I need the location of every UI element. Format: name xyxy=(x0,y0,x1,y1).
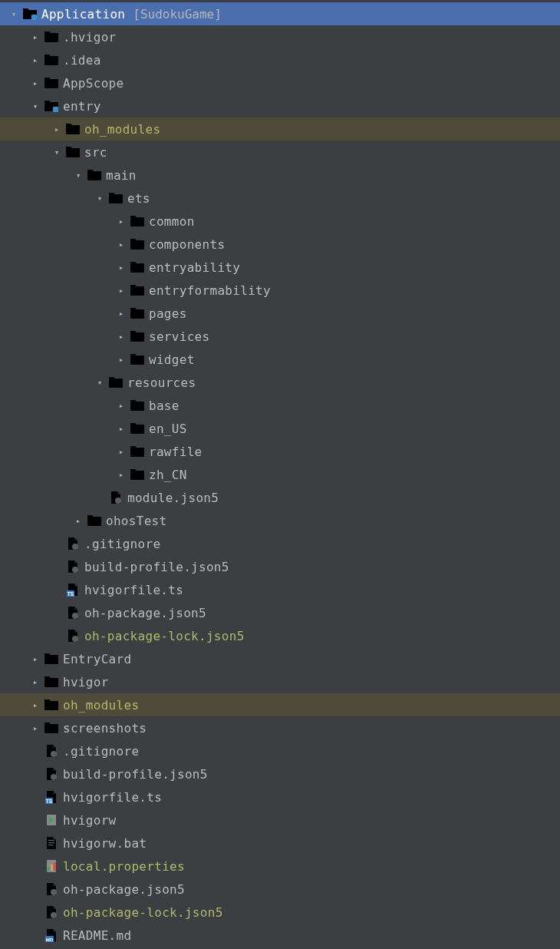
tree-node[interactable]: ▸local.properties xyxy=(0,855,560,878)
tree-node[interactable]: ▸EntryCard xyxy=(0,647,560,670)
folder-icon xyxy=(129,283,146,298)
tree-node[interactable]: ▸build-profile.json5 xyxy=(0,762,560,785)
chevron-right-icon[interactable]: ▸ xyxy=(28,55,43,65)
chevron-right-icon[interactable]: ▸ xyxy=(114,332,129,342)
tree-node[interactable]: ▸oh-package.json5 xyxy=(0,601,560,624)
tree-node[interactable]: ▸oh_modules xyxy=(0,117,560,141)
chevron-down-icon[interactable]: ▾ xyxy=(28,101,43,111)
tree-node[interactable]: ▾ets xyxy=(0,187,560,210)
tree-node-label: README.md xyxy=(63,928,131,943)
tree-node[interactable]: ▸hvigorw xyxy=(0,808,560,832)
tree-node[interactable]: ▸widget xyxy=(0,348,560,371)
chevron-right-icon[interactable]: ▸ xyxy=(114,309,129,319)
svg-text:TS: TS xyxy=(68,591,74,597)
file-ts-icon: TS xyxy=(43,789,60,805)
tree-node[interactable]: ▸oh-package.json5 xyxy=(0,878,560,901)
tree-node[interactable]: ▸ohosTest xyxy=(0,509,560,532)
project-tree[interactable]: ▾Application[SudokuGame]▸.hvigor▸.idea▸A… xyxy=(0,0,560,947)
chevron-right-icon[interactable]: ▸ xyxy=(28,78,43,88)
tree-node-label: AppScope xyxy=(63,76,124,91)
project-module-bracket: [SudokuGame] xyxy=(133,7,222,21)
tree-node[interactable]: ▸common xyxy=(0,210,560,233)
folder-icon xyxy=(129,467,146,482)
file-md-icon: MD xyxy=(43,928,60,943)
tree-node-label: oh-package.json5 xyxy=(84,606,206,620)
chevron-right-icon[interactable]: ▸ xyxy=(71,516,86,526)
chevron-right-icon[interactable]: ▸ xyxy=(114,470,129,480)
tree-node[interactable]: ▸TShvigorfile.ts xyxy=(0,578,560,601)
folder-module-icon xyxy=(21,6,38,21)
chevron-down-icon[interactable]: ▾ xyxy=(49,147,64,157)
tree-node[interactable]: ▸rawfile xyxy=(0,440,560,463)
tree-node[interactable]: ▾main xyxy=(0,164,560,187)
chevron-down-icon[interactable]: ▾ xyxy=(71,170,86,180)
tree-node[interactable]: ▸components xyxy=(0,233,560,256)
folder-icon xyxy=(129,352,146,367)
svg-point-19 xyxy=(51,889,57,895)
tree-node[interactable]: ▾Application[SudokuGame] xyxy=(0,2,560,25)
chevron-right-icon[interactable]: ▸ xyxy=(114,217,129,227)
tree-node[interactable]: ▸hvigorw.bat xyxy=(0,832,560,855)
tree-node-label: oh-package-lock.json5 xyxy=(84,629,245,643)
chevron-right-icon[interactable]: ▸ xyxy=(114,424,129,434)
tree-node[interactable]: ▸build-profile.json5 xyxy=(0,555,560,578)
chevron-right-icon[interactable]: ▸ xyxy=(28,677,43,687)
tree-node[interactable]: ▸screenshots xyxy=(0,716,560,739)
svg-point-6 xyxy=(72,636,78,642)
folder-icon xyxy=(86,513,103,528)
chevron-right-icon[interactable]: ▸ xyxy=(114,286,129,296)
tree-node[interactable]: ▸services xyxy=(0,325,560,348)
chevron-down-icon[interactable]: ▾ xyxy=(92,378,107,388)
tree-node[interactable]: ▸oh-package-lock.json5 xyxy=(0,901,560,924)
tree-node[interactable]: ▸oh_modules xyxy=(0,693,560,716)
tree-node[interactable]: ▸.hvigor xyxy=(0,25,560,48)
file-text-icon xyxy=(43,835,60,851)
tree-node-label: oh_modules xyxy=(84,122,160,137)
tree-node[interactable]: ▸AppScope xyxy=(0,71,560,94)
tree-node[interactable]: ▾entry xyxy=(0,94,560,117)
tree-node[interactable]: ▸base xyxy=(0,394,560,417)
svg-point-1 xyxy=(72,544,78,550)
folder-icon xyxy=(129,306,146,321)
chevron-right-icon[interactable]: ▸ xyxy=(114,401,129,411)
chevron-right-icon[interactable]: ▸ xyxy=(28,723,43,733)
chevron-right-icon[interactable]: ▸ xyxy=(114,447,129,457)
folder-icon xyxy=(43,75,60,91)
tree-node[interactable]: ▸entryability xyxy=(0,256,560,279)
tree-node[interactable]: ▸oh-package-lock.json5 xyxy=(0,624,560,647)
chevron-right-icon[interactable]: ▸ xyxy=(28,700,43,710)
chevron-right-icon[interactable]: ▸ xyxy=(114,240,129,250)
tree-node[interactable]: ▸zh_CN xyxy=(0,463,560,486)
tree-node[interactable]: ▸pages xyxy=(0,302,560,325)
tree-node[interactable]: ▾resources xyxy=(0,371,560,394)
tree-node[interactable]: ▸.gitignore xyxy=(0,739,560,762)
chevron-down-icon[interactable]: ▾ xyxy=(92,193,107,203)
tree-node-label: oh-package.json5 xyxy=(63,882,185,897)
svg-point-2 xyxy=(72,567,78,573)
chevron-right-icon[interactable]: ▸ xyxy=(114,263,129,273)
tree-node-label: hvigorw.bat xyxy=(63,836,147,851)
tree-node[interactable]: ▸TShvigorfile.ts xyxy=(0,785,560,808)
tree-node[interactable]: ▸module.json5 xyxy=(0,486,560,509)
tree-node[interactable]: ▸.idea xyxy=(0,48,560,71)
tree-node[interactable]: ▾src xyxy=(0,141,560,164)
chevron-right-icon[interactable]: ▸ xyxy=(114,355,129,365)
folder-icon xyxy=(129,444,146,459)
folder-icon xyxy=(107,190,124,206)
tree-node[interactable]: ▸.gitignore xyxy=(0,532,560,555)
tree-node[interactable]: ▸entryformability xyxy=(0,279,560,302)
folder-icon xyxy=(86,167,103,183)
tree-node-label: entry xyxy=(63,99,101,114)
tree-node[interactable]: ▸en_US xyxy=(0,417,560,440)
chevron-down-icon[interactable]: ▾ xyxy=(6,9,21,19)
tree-node-label: .gitignore xyxy=(84,537,160,551)
folder-icon xyxy=(129,236,146,252)
chevron-right-icon[interactable]: ▸ xyxy=(28,654,43,664)
svg-rect-13 xyxy=(48,842,54,843)
chevron-right-icon[interactable]: ▸ xyxy=(49,124,64,134)
file-json-icon xyxy=(64,628,81,643)
chevron-right-icon[interactable]: ▸ xyxy=(28,32,43,42)
tree-node[interactable]: ▸hvigor xyxy=(0,670,560,693)
svg-text:TS: TS xyxy=(46,799,53,804)
tree-node[interactable]: ▸MDREADME.md xyxy=(0,924,560,947)
